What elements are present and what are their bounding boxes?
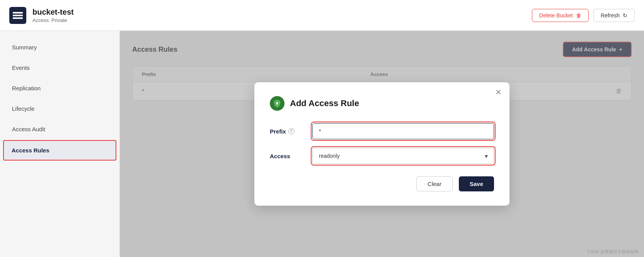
- sidebar-item-access-audit[interactable]: Access Audit: [0, 119, 119, 139]
- svg-rect-2: [13, 17, 23, 19]
- clear-button[interactable]: Clear: [416, 176, 453, 191]
- delete-bucket-label: Delete Bucket: [539, 12, 573, 19]
- main-layout: Summary Events Replication Lifecycle Acc…: [0, 31, 644, 257]
- shield-key-icon: [270, 96, 285, 111]
- prefix-form-row: Prefix ?: [270, 123, 494, 139]
- sidebar-item-replication[interactable]: Replication: [0, 78, 119, 98]
- sidebar-item-events[interactable]: Events: [0, 57, 119, 78]
- prefix-label: Prefix ?: [270, 128, 312, 135]
- bucket-info: bucket-test Access: Private: [32, 8, 74, 23]
- sidebar-label-access-audit: Access Audit: [12, 126, 45, 132]
- header: bucket-test Access: Private Delete Bucke…: [0, 0, 644, 31]
- svg-rect-0: [13, 12, 23, 14]
- modal-close-button[interactable]: ✕: [495, 88, 502, 96]
- sidebar-item-access-rules[interactable]: Access Rules: [3, 140, 116, 161]
- content-area: Access Rules Add Access Rule + Prefix Ac…: [120, 31, 644, 257]
- access-select-wrapper: readonly readwrite writeonly none: [312, 148, 494, 164]
- bucket-access: Access: Private: [32, 17, 74, 23]
- modal-footer: Clear Save: [270, 176, 494, 191]
- prefix-help-icon[interactable]: ?: [288, 128, 295, 134]
- prefix-input[interactable]: [312, 123, 494, 139]
- svg-rect-4: [277, 104, 278, 105]
- refresh-icon: ↻: [623, 12, 627, 19]
- header-actions: Delete Bucket 🗑 Refresh ↻: [532, 9, 635, 22]
- modal-header: Add Access Rule: [270, 96, 494, 111]
- bucket-name: bucket-test: [32, 8, 74, 17]
- access-select[interactable]: readonly readwrite writeonly none: [312, 148, 494, 164]
- sidebar-item-summary[interactable]: Summary: [0, 37, 119, 57]
- modal-title: Add Access Rule: [290, 98, 359, 108]
- watermark: CSDN @墨家巨子@俗如来: [587, 249, 639, 255]
- add-access-rule-modal: ✕ Add Access Rule Prefix ?: [254, 82, 509, 206]
- sidebar-item-lifecycle[interactable]: Lifecycle: [0, 98, 119, 119]
- sidebar-label-replication: Replication: [12, 85, 41, 91]
- modal-overlay: ✕ Add Access Rule Prefix ?: [120, 31, 644, 257]
- svg-rect-1: [13, 15, 23, 16]
- prefix-input-wrapper: [312, 123, 494, 139]
- access-form-row: Access readonly readwrite writeonly none: [270, 148, 494, 164]
- trash-icon: 🗑: [576, 12, 581, 19]
- sidebar-label-access-rules: Access Rules: [12, 147, 49, 154]
- delete-bucket-button[interactable]: Delete Bucket 🗑: [532, 9, 589, 22]
- svg-point-3: [276, 102, 278, 104]
- sidebar-label-lifecycle: Lifecycle: [12, 105, 34, 112]
- sidebar: Summary Events Replication Lifecycle Acc…: [0, 31, 120, 257]
- sidebar-label-events: Events: [12, 64, 30, 71]
- app-logo: [9, 7, 26, 24]
- save-button[interactable]: Save: [459, 176, 494, 191]
- sidebar-label-summary: Summary: [12, 44, 37, 51]
- access-label: Access: [270, 153, 312, 159]
- refresh-label: Refresh: [601, 12, 620, 19]
- refresh-button[interactable]: Refresh ↻: [593, 9, 635, 22]
